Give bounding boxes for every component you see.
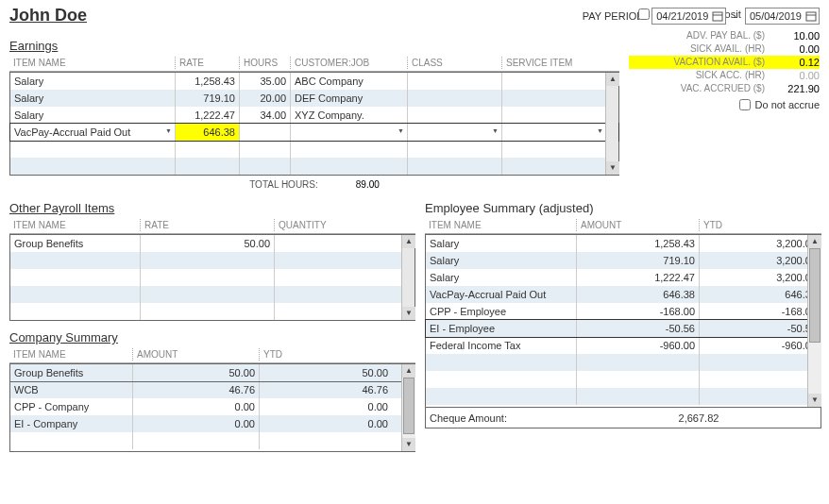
pay-period-from[interactable]: 04/21/2019 bbox=[651, 8, 726, 25]
cheque-amount-row: Cheque Amount: 2,667.82 bbox=[425, 408, 821, 428]
employee-summary-title: Employee Summary (adjusted) bbox=[425, 201, 821, 215]
earnings-table[interactable]: Salary1,258.4335.00ABC Company Salary719… bbox=[9, 72, 619, 176]
pay-period-to[interactable]: 05/04/2019 bbox=[745, 8, 820, 25]
table-row[interactable] bbox=[10, 303, 414, 320]
company-summary-title: Company Summary bbox=[9, 330, 415, 344]
table-row[interactable]: Group Benefits50.00 bbox=[10, 235, 414, 252]
other-payroll-table[interactable]: Group Benefits50.00 ▲▼ bbox=[9, 234, 415, 321]
vac-accrued: VAC. ACCRUED ($)221.90 bbox=[629, 82, 820, 95]
svg-rect-0 bbox=[713, 12, 722, 21]
table-row-active[interactable]: EI - Employee-50.56-50.56 bbox=[426, 320, 821, 337]
earnings-header: ITEM NAME RATE HOURS CUSTOMER:JOB CLASS … bbox=[9, 55, 619, 72]
employee-summary-table[interactable]: Salary1,258.433,200.00 Salary719.103,200… bbox=[425, 234, 821, 408]
scrollbar[interactable]: ▲▼ bbox=[401, 235, 414, 320]
sick-acc: SICK ACC. (HR)0.00 bbox=[629, 69, 820, 82]
item-dropdown[interactable]: VacPay-Accrual Paid Out bbox=[10, 124, 176, 141]
svg-rect-2 bbox=[806, 12, 816, 21]
table-row[interactable]: Federal Income Tax-960.00-960.00 bbox=[426, 337, 821, 354]
scroll-down-icon[interactable]: ▼ bbox=[606, 161, 619, 175]
adv-pay-bal: ADV. PAY BAL. ($)10.00 bbox=[629, 29, 820, 42]
total-hours: TOTAL HOURS:89.00 bbox=[9, 176, 619, 192]
table-row[interactable]: VacPay-Accrual Paid Out646.38646.38 bbox=[426, 286, 821, 303]
table-row[interactable] bbox=[10, 158, 618, 175]
table-row[interactable] bbox=[426, 354, 821, 371]
table-row-active[interactable]: VacPay-Accrual Paid Out646.38 bbox=[10, 124, 618, 141]
scroll-thumb[interactable] bbox=[809, 248, 821, 343]
company-summary-header: ITEM NAME AMOUNT YTD bbox=[9, 346, 415, 363]
scroll-up-icon[interactable]: ▲ bbox=[402, 235, 415, 248]
table-row[interactable]: Salary1,258.4335.00ABC Company bbox=[10, 73, 618, 90]
table-row[interactable]: Salary1,258.433,200.00 bbox=[426, 235, 821, 252]
scrollbar[interactable]: ▲▼ bbox=[605, 73, 618, 175]
table-row[interactable]: CPP - Company0.000.00 bbox=[10, 398, 414, 415]
table-row[interactable] bbox=[10, 432, 414, 449]
scroll-down-icon[interactable]: ▼ bbox=[402, 438, 415, 451]
table-row[interactable]: CPP - Employee-168.00-168.00 bbox=[426, 303, 821, 320]
scroll-thumb[interactable] bbox=[403, 378, 414, 434]
sick-avail: SICK AVAIL. (HR)0.00 bbox=[629, 42, 820, 56]
scroll-down-icon[interactable]: ▼ bbox=[808, 394, 821, 407]
calendar-icon[interactable] bbox=[805, 10, 817, 22]
scroll-up-icon[interactable]: ▲ bbox=[606, 73, 619, 86]
table-row[interactable]: WCB46.7646.76 bbox=[10, 381, 414, 398]
calendar-icon[interactable] bbox=[712, 10, 723, 22]
table-row[interactable]: EI - Company0.000.00 bbox=[10, 415, 414, 432]
earnings-title: Earnings bbox=[9, 39, 619, 53]
customer-dropdown[interactable] bbox=[291, 124, 408, 141]
table-row[interactable] bbox=[10, 286, 414, 303]
cheque-amount: 2,667.82 bbox=[577, 412, 821, 424]
cheque-label: Cheque Amount: bbox=[426, 412, 577, 424]
table-row[interactable] bbox=[426, 371, 821, 388]
employee-name: John Doe bbox=[9, 6, 87, 25]
table-row[interactable]: Salary1,222.473,200.00 bbox=[426, 269, 821, 286]
direct-deposit-checkbox[interactable] bbox=[638, 8, 650, 20]
table-row[interactable] bbox=[10, 269, 414, 286]
scroll-up-icon[interactable]: ▲ bbox=[808, 235, 821, 248]
other-payroll-header: ITEM NAME RATE QUANTITY bbox=[9, 217, 415, 234]
table-row[interactable]: Group Benefits50.0050.00 bbox=[10, 364, 414, 381]
table-row[interactable]: Salary719.1020.00DEF Company bbox=[10, 90, 618, 107]
table-row[interactable] bbox=[426, 388, 821, 405]
vacation-avail-highlighted: VACATION AVAIL. ($)0.12 bbox=[629, 56, 820, 69]
do-not-accrue-checkbox[interactable] bbox=[739, 99, 751, 110]
scroll-up-icon[interactable]: ▲ bbox=[402, 364, 415, 378]
scrollbar[interactable]: ▲▼ bbox=[401, 364, 414, 451]
table-row[interactable] bbox=[10, 141, 618, 158]
table-row[interactable] bbox=[10, 252, 414, 269]
other-payroll-title: Other Payroll Items bbox=[9, 201, 415, 215]
class-dropdown[interactable] bbox=[408, 124, 502, 141]
employee-summary-header: ITEM NAME AMOUNT YTD bbox=[425, 217, 821, 234]
rate-cell-highlighted[interactable]: 646.38 bbox=[176, 124, 240, 141]
company-summary-table[interactable]: Group Benefits50.0050.00 WCB46.7646.76 C… bbox=[9, 363, 415, 452]
scrollbar[interactable]: ▲▼ bbox=[807, 235, 821, 407]
scroll-down-icon[interactable]: ▼ bbox=[402, 307, 415, 320]
table-row[interactable]: Salary1,222.4734.00XYZ Company. bbox=[10, 107, 618, 124]
service-dropdown[interactable] bbox=[502, 124, 606, 141]
table-row[interactable]: Salary719.103,200.00 bbox=[426, 252, 821, 269]
do-not-accrue-label: Do not accrue bbox=[755, 99, 820, 110]
